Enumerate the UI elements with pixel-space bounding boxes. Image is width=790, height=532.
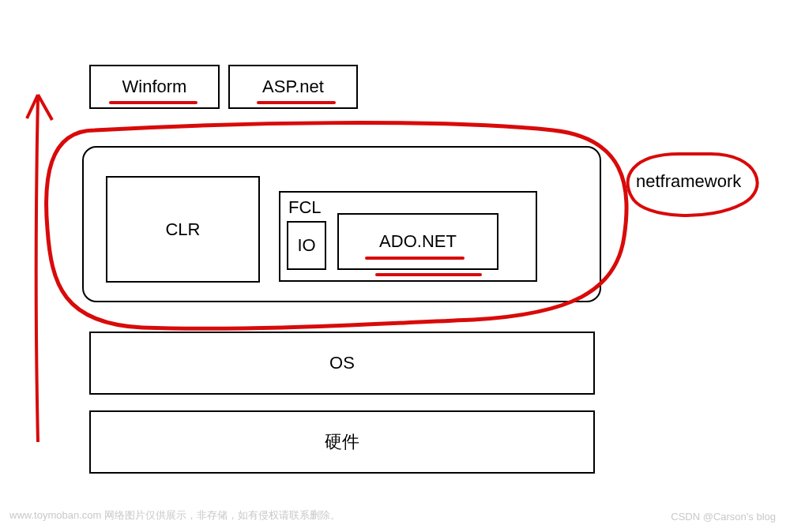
aspnet-label: ASP.net <box>262 77 324 97</box>
hardware-label: 硬件 <box>325 430 359 454</box>
winform-underline <box>109 101 198 104</box>
ado-box: ADO.NET <box>337 213 498 270</box>
os-box: OS <box>89 332 595 395</box>
hardware-box: 硬件 <box>89 410 595 474</box>
io-box: IO <box>287 221 326 270</box>
netframework-label: netframework <box>636 171 741 192</box>
winform-label: Winform <box>122 77 187 97</box>
ado-label: ADO.NET <box>379 231 457 252</box>
footer-left: www.toymoban.com 网络图片仅供展示，非存储，如有侵权请联系删除。 <box>9 508 340 523</box>
fcl-label: FCL <box>288 197 322 218</box>
os-label: OS <box>329 353 355 373</box>
clr-label: CLR <box>165 219 200 240</box>
io-label: IO <box>297 235 315 256</box>
clr-box: CLR <box>106 176 260 283</box>
footer-right: CSDN @Carson's blog <box>671 511 776 523</box>
ado-underline-1 <box>365 257 465 260</box>
ado-underline-2 <box>375 273 482 276</box>
arrow-icon <box>36 95 38 442</box>
aspnet-underline <box>257 101 336 104</box>
